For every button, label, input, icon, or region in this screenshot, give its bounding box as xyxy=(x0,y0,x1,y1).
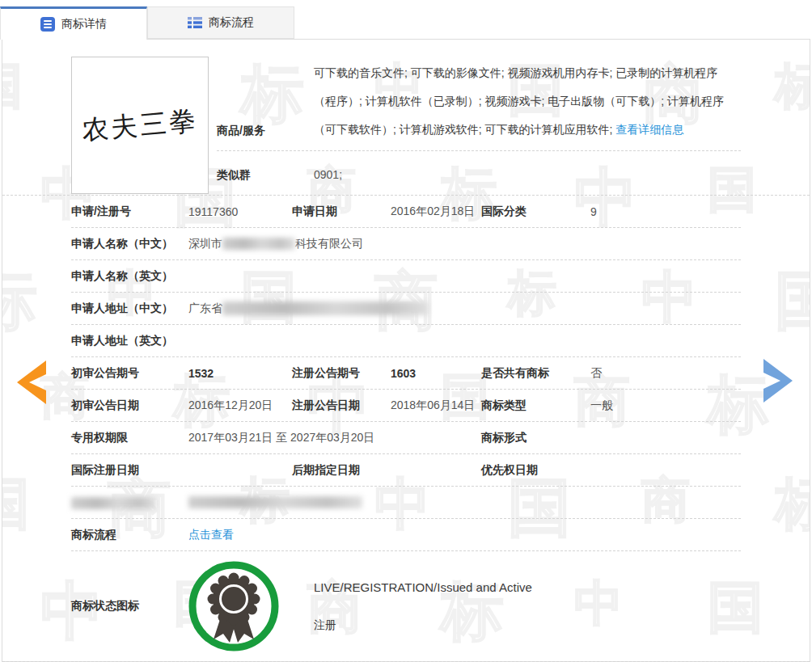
addr-en-label: 申请人地址（英文） xyxy=(71,334,188,348)
table-row: 申请人名称（中文） 深圳市 科技有限公司 xyxy=(71,228,741,260)
tm-type-label: 商标类型 xyxy=(481,398,590,413)
first-trial-date-value: 2016年12月20日 xyxy=(188,398,292,413)
trademark-detail-panel: 国商标中国商标中国商标中国商标中国商标中国商标中国商标中国商标中国商标中国商标中… xyxy=(2,39,810,662)
tab-trademark-process[interactable]: 商标流程 xyxy=(147,6,294,39)
blurred-value xyxy=(188,496,391,508)
addr-cn-label: 申请人地址（中文） xyxy=(71,301,188,316)
is-shared-label: 是否共有商标 xyxy=(481,366,590,381)
blurred-text xyxy=(71,497,156,509)
reg-no-label: 申请/注册号 xyxy=(71,205,188,219)
intl-class-label: 国际分类 xyxy=(481,205,590,219)
applicant-cn-prefix: 深圳市 xyxy=(188,237,222,251)
exclusive-period-value: 2017年03月21日 至 2027年03月20日 xyxy=(188,431,481,445)
table-row: 初审公告日期 2016年12月20日 注册公告日期 2018年06月14日 商标… xyxy=(71,390,741,422)
table-row: 专用权期限 2017年03月21日 至 2027年03月20日 商标形式 xyxy=(71,422,741,454)
tm-type-value: 一般 xyxy=(590,398,741,413)
trademark-image: 农夫三拳 xyxy=(71,57,209,194)
status-texts: LIVE/REGISTRATION/Issued and Active 注册 xyxy=(314,580,532,633)
reg-no-value: 19117360 xyxy=(188,205,292,218)
tab-bar: 商标详情 商标流程 xyxy=(0,6,812,40)
next-arrow-button[interactable] xyxy=(759,357,799,404)
goods-section: 农夫三拳 商品/服务 可下载的音乐文件; 可下载的影像文件; 视频游戏机用内存卡… xyxy=(2,40,810,196)
chevron-left-icon xyxy=(11,359,51,406)
reg-notice-no-label: 注册公告期号 xyxy=(292,366,391,381)
reg-notice-date-label: 注册公告日期 xyxy=(292,398,391,413)
tab-label: 商标详情 xyxy=(61,17,107,32)
status-text-en: LIVE/REGISTRATION/Issued and Active xyxy=(314,580,532,594)
reg-notice-date-value: 2018年06月14日 xyxy=(391,398,481,413)
goods-line: 可下载的音乐文件; 可下载的影像文件; 视频游戏机用内存卡; 已录制的计算机程序 xyxy=(314,59,745,87)
first-trial-no-label: 初审公告期号 xyxy=(71,366,188,381)
status-row: 商标状态图标 xyxy=(2,551,810,662)
addr-cn-value: 广东省 xyxy=(188,301,741,316)
table-row: 初审公告期号 1532 注册公告期号 1603 是否共有商标 否 xyxy=(71,357,741,390)
goods-line: （程序）; 计算机软件（已录制）; 视频游戏卡; 电子出版物（可下载）; 计算机… xyxy=(314,87,745,116)
table-row: 申请人地址（中文） 广东省 xyxy=(71,293,741,325)
prev-arrow-button[interactable] xyxy=(11,359,51,406)
later-desig-date-label: 后期指定日期 xyxy=(292,463,391,478)
goods-line: （可下载软件）; 计算机游戏软件; 可下载的计算机应用软件; 查看详细信息 xyxy=(314,116,745,144)
tm-form-label: 商标形式 xyxy=(481,431,590,445)
app-date-label: 申请日期 xyxy=(292,205,391,219)
detail-list-icon xyxy=(40,17,55,32)
table-row: 申请人名称（英文） xyxy=(71,260,741,293)
similar-group-value: 0901; xyxy=(314,163,342,186)
intl-reg-date-label: 国际注册日期 xyxy=(71,463,188,478)
table-row: 商标流程 点击查看 xyxy=(71,519,741,551)
similar-group-label: 类似群 xyxy=(217,163,251,186)
priority-date-label: 优先权日期 xyxy=(481,463,590,478)
blurred-text xyxy=(222,238,295,250)
process-list-icon xyxy=(188,15,202,30)
award-ribbon-icon xyxy=(188,561,279,651)
applicant-cn-value: 深圳市 科技有限公司 xyxy=(188,237,741,251)
status-label: 商标状态图标 xyxy=(71,599,188,614)
view-detail-link[interactable]: 查看详细信息 xyxy=(615,123,683,136)
table-row xyxy=(71,487,741,519)
row-divider xyxy=(217,150,741,151)
goods-services-text: 可下载的音乐文件; 可下载的影像文件; 视频游戏机用内存卡; 已录制的计算机程序… xyxy=(314,59,745,144)
tab-trademark-detail[interactable]: 商标详情 xyxy=(0,6,147,40)
reg-notice-no-value: 1603 xyxy=(391,367,481,380)
process-view-link[interactable]: 点击查看 xyxy=(188,528,234,541)
blurred-label xyxy=(71,495,188,510)
table-row: 申请/注册号 19117360 申请日期 2016年02月18日 国际分类 9 xyxy=(71,196,741,228)
tab-label: 商标流程 xyxy=(209,15,254,30)
applicant-cn-suffix: 科技有限公司 xyxy=(295,237,363,251)
blurred-text xyxy=(188,496,362,508)
intl-class-value: 9 xyxy=(590,205,741,218)
status-text-cn: 注册 xyxy=(314,618,532,633)
applicant-cn-label: 申请人名称（中文） xyxy=(71,237,188,251)
field-rows: 申请/注册号 19117360 申请日期 2016年02月18日 国际分类 9 … xyxy=(2,196,810,551)
table-row: 申请人地址（英文） xyxy=(71,325,741,357)
first-trial-date-label: 初审公告日期 xyxy=(71,398,188,413)
process-label: 商标流程 xyxy=(71,528,188,542)
trademark-image-text: 农夫三拳 xyxy=(80,102,199,148)
is-shared-value: 否 xyxy=(590,366,741,381)
goods-line-text: （可下载软件）; 计算机游戏软件; 可下载的计算机应用软件; xyxy=(314,123,615,136)
exclusive-period-label: 专用权期限 xyxy=(71,431,188,445)
app-date-value: 2016年02月18日 xyxy=(391,205,481,219)
chevron-right-icon xyxy=(759,357,799,404)
table-row: 国际注册日期 后期指定日期 优先权日期 xyxy=(71,454,741,487)
first-trial-no-value: 1532 xyxy=(188,367,292,380)
goods-services-label: 商品/服务 xyxy=(217,124,265,138)
addr-cn-prefix: 广东省 xyxy=(188,301,222,316)
applicant-en-label: 申请人名称（英文） xyxy=(71,269,188,284)
blurred-text xyxy=(222,301,429,315)
